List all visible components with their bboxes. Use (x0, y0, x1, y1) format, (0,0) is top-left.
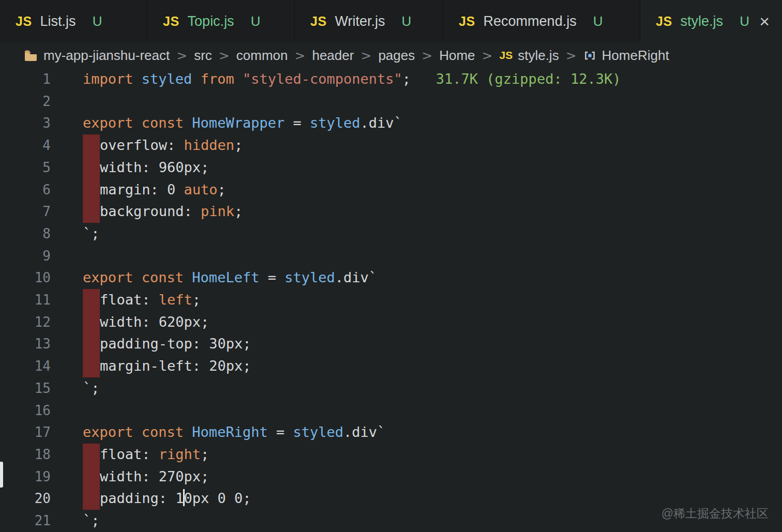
code-line-content[interactable] (51, 90, 83, 113)
tab-label: Recommend.js (484, 13, 577, 29)
code-line-content[interactable]: float: left; (51, 289, 201, 311)
token: = (259, 269, 284, 285)
breadcrumb-item-src[interactable]: src (194, 48, 212, 64)
line-number[interactable]: 9 (0, 245, 51, 267)
token: import (83, 71, 133, 87)
line-number[interactable]: 6 (0, 179, 51, 201)
indent-highlight (83, 444, 100, 466)
code-line-content[interactable]: width: 620px; (51, 311, 209, 333)
line-number[interactable]: 18 (0, 444, 51, 466)
code-line-content[interactable] (51, 400, 83, 422)
line-number[interactable]: 8 (0, 223, 51, 245)
breadcrumb-label: pages (378, 48, 415, 64)
token: `; (83, 512, 100, 528)
breadcrumb-label: HomeRight (602, 48, 669, 64)
line-number[interactable]: 11 (0, 289, 51, 311)
code-line: 6margin: 0 auto; (0, 179, 782, 201)
breadcrumb-item-Home[interactable]: Home (439, 48, 475, 64)
line-number[interactable]: 14 (0, 355, 51, 377)
code-line-content[interactable]: overflow: hidden; (51, 134, 243, 157)
js-file-icon: JS (16, 14, 32, 29)
code-line-content[interactable]: `; (51, 510, 100, 532)
line-number[interactable]: 13 (0, 333, 51, 355)
tab-label: Topic.js (188, 13, 234, 29)
line-number[interactable]: 21 (0, 510, 51, 532)
code-line-content[interactable]: margin: 0 auto; (51, 179, 226, 201)
token: `; (83, 225, 100, 241)
tab-Writer.js[interactable]: JSWriter.jsU (295, 0, 443, 42)
breadcrumb: my-app-jianshu-react>src>common>header>p… (0, 42, 782, 68)
code-line: 13padding-top: 30px; (0, 333, 782, 355)
line-number[interactable]: 3 (0, 112, 51, 134)
token (184, 115, 192, 131)
token: auto (184, 181, 218, 197)
line-number[interactable]: 16 (0, 400, 51, 422)
code-line-content[interactable] (51, 245, 83, 267)
code-line-content[interactable]: export const HomeLeft = styled.div` (51, 267, 377, 289)
breadcrumb-item-HomeRight[interactable]: HomeRight (583, 48, 669, 64)
tab-style.js[interactable]: JSstyle.jsU× (640, 0, 782, 42)
indent-highlight (83, 311, 100, 333)
line-number[interactable]: 4 (0, 134, 51, 157)
breadcrumb-item-common[interactable]: common (236, 48, 288, 64)
token: 0px 0 0; (184, 490, 251, 506)
line-number[interactable]: 12 (0, 311, 51, 333)
chevron-right-icon: > (219, 48, 230, 63)
line-number[interactable]: 5 (0, 157, 51, 179)
code-line-content[interactable]: padding-top: 30px; (51, 333, 251, 355)
code-line-content[interactable]: import styled from "styled-components"; … (51, 68, 621, 90)
chevron-right-icon: > (360, 48, 371, 63)
code-line-content[interactable]: export const HomeWrapper = styled.div` (51, 112, 402, 134)
tab-List.js[interactable]: JSList.jsU (0, 0, 147, 42)
code-line: 8`; (0, 223, 782, 245)
code-line-content[interactable]: export const HomeRight = styled.div` (51, 421, 385, 444)
token: margin: 0 (100, 181, 184, 197)
breadcrumb-item-header[interactable]: header (312, 48, 354, 64)
line-number[interactable]: 17 (0, 421, 51, 444)
breadcrumb-label: Home (439, 48, 475, 64)
token: HomeLeft (192, 269, 259, 285)
line-number[interactable]: 1 (0, 68, 51, 90)
code-line-content[interactable]: width: 270px; (51, 466, 209, 488)
line-number[interactable]: 7 (0, 201, 51, 223)
code-line: 9 (0, 245, 782, 267)
breadcrumb-item-style.js[interactable]: JSstyle.js (499, 48, 559, 64)
code-line-content[interactable]: `; (51, 377, 100, 400)
code-line-content[interactable]: padding: 10px 0 0; (51, 488, 251, 510)
token: HomeWrapper (192, 115, 284, 131)
token: background: (100, 203, 201, 219)
watermark: @稀土掘金技术社区 (661, 506, 769, 522)
token: margin-left: 20px; (100, 358, 251, 374)
close-tab-icon[interactable]: × (757, 12, 772, 30)
token: right (159, 446, 201, 462)
indent-highlight (83, 333, 100, 355)
code-line-content[interactable]: background: pink; (51, 201, 243, 223)
code-line-content[interactable]: float: right; (51, 444, 209, 466)
token: styled (310, 115, 360, 131)
tab-Recommend.js[interactable]: JSRecommend.jsU (443, 0, 640, 42)
token: left (159, 292, 192, 308)
code-line-content[interactable]: margin-left: 20px; (51, 355, 251, 377)
code-line-content[interactable]: width: 960px; (51, 157, 209, 179)
token: width: 620px; (100, 314, 209, 330)
token: const (142, 424, 184, 440)
breadcrumb-item-pages[interactable]: pages (378, 48, 415, 64)
line-number[interactable]: 15 (0, 377, 51, 400)
code-line: 12width: 620px; (0, 311, 782, 333)
line-number[interactable]: 10 (0, 267, 51, 289)
code-line-content[interactable]: `; (51, 223, 100, 245)
indent-highlight (83, 157, 100, 179)
js-file-icon: JS (163, 14, 179, 29)
token: width: 270px; (100, 468, 209, 484)
token: hidden (184, 137, 235, 153)
tab-Topic.js[interactable]: JSTopic.jsU (147, 0, 295, 42)
line-number[interactable]: 19 (0, 466, 51, 488)
token (133, 269, 142, 285)
tab-label: List.js (40, 13, 76, 29)
breadcrumb-item-my-app-jianshu-react[interactable]: my-app-jianshu-react (24, 48, 170, 64)
line-number[interactable]: 20 (0, 488, 51, 510)
breadcrumb-label: common (236, 48, 288, 64)
token: ; (192, 292, 201, 308)
token (192, 71, 200, 87)
line-number[interactable]: 2 (0, 90, 51, 113)
